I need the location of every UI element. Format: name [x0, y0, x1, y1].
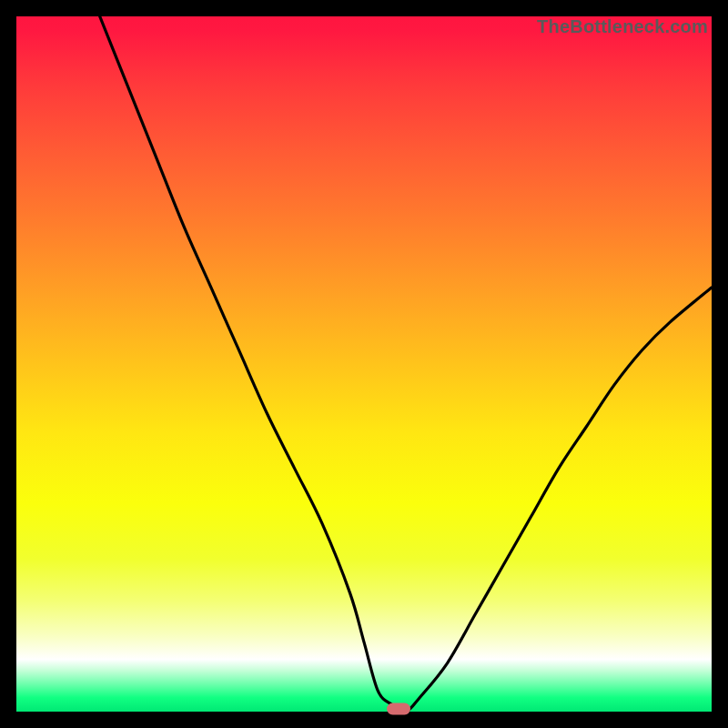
watermark-text: TheBottleneck.com: [537, 16, 708, 37]
plot-area: TheBottleneck.com: [16, 16, 712, 712]
bottleneck-curve: [16, 16, 712, 712]
optimal-point-marker: [387, 703, 410, 715]
chart-container: TheBottleneck.com: [0, 0, 728, 728]
